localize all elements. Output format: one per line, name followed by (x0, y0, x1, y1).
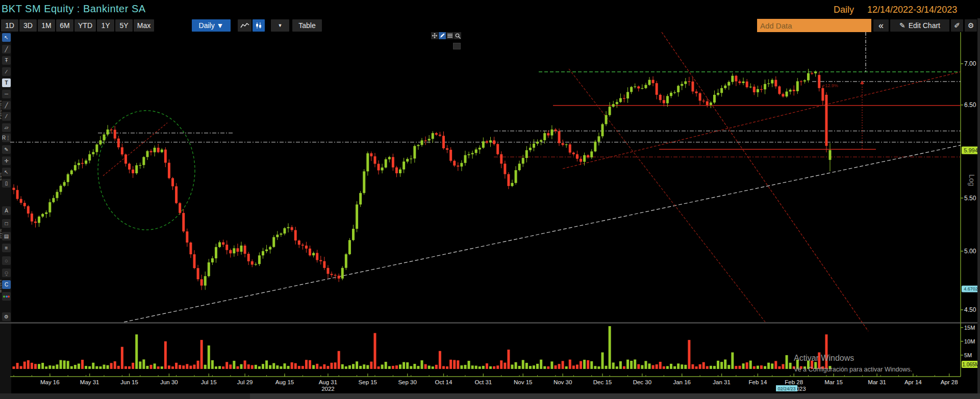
candle (630, 87, 633, 92)
line-chart-type-button[interactable] (238, 19, 252, 32)
volume-bar (244, 360, 246, 369)
segment-tool-icon[interactable]: ∕ (2, 67, 11, 76)
candle (41, 214, 44, 217)
magnet-mode-icon[interactable]: C (2, 280, 11, 289)
range-button-1y[interactable]: 1Y (97, 19, 114, 32)
volume-bar (569, 360, 571, 369)
volume-bar (771, 363, 773, 369)
candle (294, 230, 297, 241)
range-button-3d[interactable]: 3D (19, 19, 37, 32)
fill-style-icon[interactable]: ▤ (2, 232, 11, 241)
volume-bar (612, 362, 615, 369)
price-label-tool-icon[interactable]: Ŧ (2, 56, 11, 65)
menu-mini-button[interactable] (446, 32, 454, 39)
candle (424, 140, 427, 141)
ray-tool-icon[interactable]: ⁄ (2, 112, 11, 121)
volume-bar (283, 363, 286, 369)
volume-bar (70, 366, 73, 369)
red-steep-down-2[interactable] (662, 32, 868, 331)
white-ascending-support[interactable] (124, 145, 961, 322)
volume-bar (164, 341, 167, 369)
mini-panel-icon[interactable] (453, 43, 461, 49)
volume-bar (670, 364, 672, 369)
candle (78, 163, 80, 165)
last-volume-badge-text: 1.065M (962, 362, 979, 367)
june-top-circle[interactable] (98, 111, 195, 230)
channel-tool-icon[interactable]: ▱ (2, 123, 11, 132)
collapse-panel-button[interactable]: « (873, 19, 889, 32)
volume-bar (500, 360, 502, 369)
line-width-style-icon[interactable]: ≡ (2, 244, 11, 252)
candle (124, 154, 127, 164)
add-data-input[interactable]: Add Data (757, 19, 871, 32)
candle (500, 154, 502, 164)
dashed-circle-style-icon[interactable]: ◌ (2, 256, 11, 265)
range-button-6m[interactable]: 6M (56, 19, 73, 32)
rectangle-style-icon[interactable]: □ (2, 219, 11, 228)
range-button-max[interactable]: Max (134, 19, 154, 32)
chart-type-caret-button[interactable]: ▼ (271, 19, 289, 32)
candle (229, 250, 232, 253)
regression-tool-icon[interactable]: R⋮ (2, 134, 11, 142)
zoom-mini-button[interactable] (454, 32, 461, 39)
volume-bar (710, 366, 712, 369)
horizontal-line-tool-icon[interactable]: ─ (2, 90, 11, 98)
red-steep-down-1[interactable] (569, 69, 765, 322)
settings-icon[interactable]: ⚙ (2, 312, 11, 321)
candle (301, 245, 304, 246)
draw-line-tool-icon[interactable]: ╱ (2, 45, 11, 54)
volume-bar (428, 366, 431, 369)
red-ascending-wedge[interactable] (563, 72, 961, 169)
chart-settings-button[interactable]: ⚙ (965, 19, 977, 32)
volume-bar (60, 360, 62, 369)
select-plus-tool-icon[interactable]: ↖ (2, 168, 11, 176)
candle (319, 260, 322, 261)
range-button-1d[interactable]: 1D (1, 19, 18, 32)
sidebar-section-label: Style (0, 228, 3, 239)
volume-bar (48, 365, 51, 369)
volume-bar (128, 366, 131, 369)
bottom-scroll-strip[interactable] (0, 393, 980, 399)
volume-bar (529, 366, 532, 369)
volume-bar (533, 365, 535, 369)
scale-mode-label[interactable]: Log (968, 174, 976, 186)
anchor-lock-icon[interactable]: ⍜ (2, 269, 11, 277)
volume-bar (605, 366, 608, 369)
edit-chart-button[interactable]: ✎ Edit Chart (890, 19, 949, 32)
pan-tool-mini-button[interactable] (431, 32, 438, 39)
candle (373, 156, 376, 164)
candle (587, 155, 589, 157)
red-june-trendline[interactable] (103, 123, 167, 176)
text-style-icon[interactable]: A (2, 206, 11, 215)
candle (659, 95, 662, 100)
right-scroll-strip[interactable] (977, 18, 980, 393)
pencil-tool-icon[interactable]: ✎ (2, 145, 11, 154)
delete-tool-icon[interactable]: ▯ (2, 179, 11, 188)
candle (179, 203, 181, 213)
text-tool-icon[interactable]: T (2, 78, 11, 87)
panel-separator[interactable] (0, 322, 980, 324)
candle (186, 231, 188, 243)
color-mode-icon[interactable] (2, 292, 11, 301)
bloomberg-chart-window: BKT SM Equity : Bankinter SA Daily 12/14… (0, 0, 980, 399)
table-button[interactable]: Table (292, 19, 322, 32)
candle (435, 133, 438, 135)
volume-bar (760, 365, 763, 369)
move-tool-icon[interactable]: ✛ (2, 156, 11, 165)
range-button-ytd[interactable]: YTD (74, 19, 96, 32)
volume-bar (135, 334, 138, 369)
pointer-tool-icon[interactable]: ↖ (2, 33, 11, 42)
range-button-1m[interactable]: 1M (38, 19, 55, 32)
period-dropdown[interactable]: Daily ▼ (192, 19, 231, 32)
volume-bar (691, 364, 694, 369)
chart-notes-button[interactable]: ✐ (951, 19, 963, 32)
trendline-tool-icon[interactable]: ╱ (2, 101, 11, 110)
volume-bar (225, 362, 228, 369)
volume-bar (457, 360, 459, 369)
candle-chart-type-button[interactable] (253, 19, 265, 32)
candle (164, 150, 167, 163)
range-button-5y[interactable]: 5Y (115, 19, 133, 32)
volume-bar (789, 363, 792, 369)
volume-bar (388, 366, 391, 369)
annotate-mini-button[interactable] (439, 32, 446, 39)
